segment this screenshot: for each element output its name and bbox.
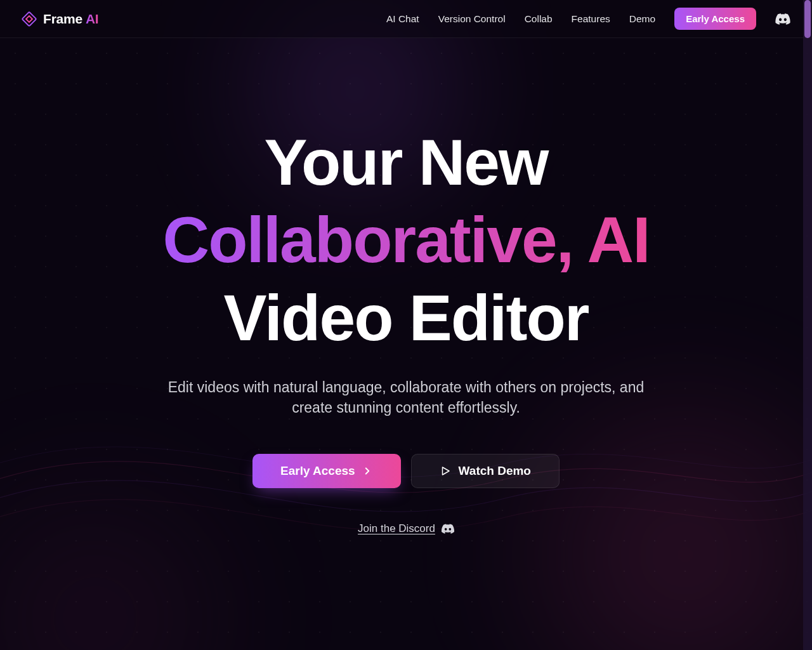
scrollbar-thumb[interactable] [804,0,811,38]
early-access-label: Early Access [280,464,355,478]
logo-icon [22,11,37,27]
nav-collab[interactable]: Collab [525,13,553,25]
logo[interactable]: Frame AI [22,11,99,27]
nav-discord-icon[interactable] [775,13,790,25]
play-icon [440,465,451,477]
brand-name: Frame [43,11,82,26]
logo-text: Frame AI [43,11,99,27]
scrollbar[interactable] [803,0,812,650]
brand-suffix: AI [86,11,99,26]
hero-line3: Video Editor [162,279,649,357]
hero-line2: Collaborative, AI [162,201,649,279]
watch-demo-label: Watch Demo [459,464,531,478]
cta-row: Early Access Watch Demo [252,454,560,488]
join-discord-label: Join the Discord [358,522,435,535]
early-access-button[interactable]: Early Access [252,454,401,488]
hero-heading: Your New Collaborative, AI Video Editor [162,124,649,357]
svg-marker-2 [442,467,449,475]
chevron-right-icon [362,465,373,477]
hero-line1: Your New [162,124,649,201]
hero-sub: Edit videos with natural language, colla… [159,377,653,418]
svg-rect-0 [22,11,37,26]
watch-demo-button[interactable]: Watch Demo [411,454,560,488]
hero-section: Your New Collaborative, AI Video Editor … [0,38,812,535]
nav-ai-chat[interactable]: AI Chat [386,13,419,25]
nav-demo[interactable]: Demo [629,13,655,25]
discord-icon [775,13,790,25]
nav-features[interactable]: Features [572,13,610,25]
svg-rect-1 [26,16,32,22]
discord-icon [442,524,454,534]
nav-early-access-button[interactable]: Early Access [674,8,756,30]
nav-version-control[interactable]: Version Control [438,13,506,25]
nav-links: AI Chat Version Control Collab Features … [386,8,790,30]
join-discord-link[interactable]: Join the Discord [358,522,454,535]
top-nav: Frame AI AI Chat Version Control Collab … [0,0,812,38]
